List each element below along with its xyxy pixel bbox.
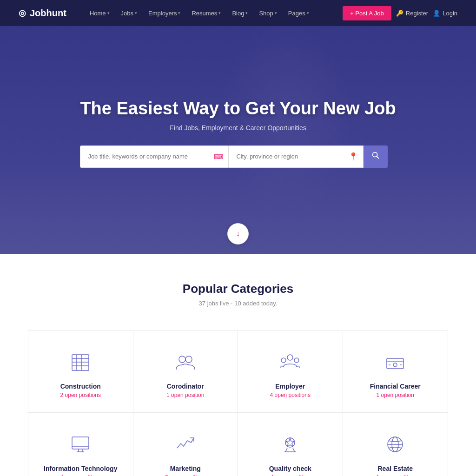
hero-title: The Easiest Way to Get Your New Job — [80, 99, 396, 119]
login-button[interactable]: 👤 Login — [433, 10, 457, 17]
keyword-search-input[interactable] — [80, 145, 229, 168]
svg-point-8 — [179, 356, 185, 363]
key-icon: 🔑 — [396, 10, 403, 17]
svg-rect-18 — [72, 437, 89, 449]
svg-line-1 — [377, 156, 379, 159]
nav-item-resumes[interactable]: Resumes ▾ — [187, 6, 225, 20]
search-icon — [371, 151, 380, 162]
realestate-icon — [382, 431, 408, 457]
navbar: ◎ Jobhunt Home ▾ Jobs ▾ Employers ▾ Resu… — [0, 0, 476, 26]
location-search-input[interactable] — [229, 145, 364, 168]
category-name-coordinator: Corodinator — [167, 383, 204, 390]
person-icon: 👤 — [433, 10, 440, 17]
chevron-down-icon: ▾ — [178, 11, 180, 15]
nav-item-blog[interactable]: Blog ▾ — [227, 6, 252, 20]
category-name-quality: Quality check — [269, 465, 311, 472]
section-subtitle: 37 jobs live - 10 added today. — [28, 300, 448, 307]
category-positions-construction: 2 open positions — [60, 392, 101, 398]
arrow-down-icon: ↓ — [236, 230, 240, 238]
location-pin-icon: 📍 — [349, 152, 358, 161]
nav-item-jobs[interactable]: Jobs ▾ — [116, 6, 142, 20]
marketing-icon — [172, 431, 198, 457]
employer-icon — [277, 349, 303, 375]
search-button[interactable] — [364, 145, 388, 168]
quality-icon — [277, 431, 303, 457]
svg-line-25 — [285, 448, 287, 452]
category-card-coordinator[interactable]: Corodinator 1 open position — [133, 331, 238, 413]
categories-section: Popular Categories 37 jobs live - 10 add… — [0, 254, 476, 476]
category-positions-realestate: 1 open position — [377, 474, 414, 476]
nav-item-home[interactable]: Home ▾ — [85, 6, 114, 20]
section-title: Popular Categories — [28, 282, 448, 296]
category-card-quality[interactable]: Quality check 1 open position — [238, 413, 343, 476]
category-positions-quality: 1 open position — [271, 474, 309, 476]
categories-grid: Construction 2 open positions Corodinato… — [28, 330, 448, 476]
category-card-it[interactable]: Information Technology 4 open positions — [28, 413, 133, 476]
svg-point-0 — [373, 152, 377, 157]
hero-subtitle: Find Jobs, Employment & Career Opportuni… — [80, 124, 396, 132]
category-positions-financial: 1 open position — [377, 392, 414, 398]
hero-section: The Easiest Way to Get Your New Job Find… — [0, 26, 476, 254]
search-bar: ⌨ 📍 — [80, 145, 396, 168]
category-positions-employer: 4 open positions — [270, 392, 311, 398]
category-card-employer[interactable]: Employer 4 open positions — [238, 331, 343, 413]
category-positions-marketing: 3 open positions — [165, 474, 205, 476]
financial-icon — [382, 349, 408, 375]
register-button[interactable]: 🔑 Register — [396, 10, 428, 17]
it-icon — [67, 431, 93, 457]
chevron-down-icon: ▾ — [135, 11, 137, 15]
chevron-down-icon: ▾ — [275, 11, 277, 15]
logo-text: Jobhunt — [30, 8, 66, 19]
chevron-down-icon: ▾ — [107, 11, 110, 15]
category-card-financial[interactable]: Financial Career 1 open position — [343, 331, 448, 413]
category-name-realestate: Real Estate — [378, 465, 413, 472]
category-card-realestate[interactable]: Real Estate 1 open position — [343, 413, 448, 476]
svg-point-15 — [393, 363, 397, 367]
post-job-button[interactable]: + Post A Job — [343, 6, 391, 20]
category-name-financial: Financial Career — [370, 383, 421, 390]
category-card-construction[interactable]: Construction 2 open positions — [28, 331, 133, 413]
scroll-down-button[interactable]: ↓ — [227, 223, 249, 245]
chevron-down-icon: ▾ — [245, 11, 248, 15]
nav-item-employers[interactable]: Employers ▾ — [144, 6, 185, 20]
chevron-down-icon: ▾ — [218, 11, 221, 15]
svg-point-9 — [185, 356, 192, 363]
category-name-it: Information Technology — [44, 465, 117, 472]
logo-icon: ◎ — [19, 8, 26, 18]
nav-item-pages[interactable]: Pages ▾ — [284, 6, 314, 20]
chevron-down-icon: ▾ — [307, 11, 309, 15]
category-name-employer: Employer — [275, 383, 305, 390]
svg-rect-2 — [72, 355, 89, 370]
nav-right: + Post A Job 🔑 Register 👤 Login — [343, 6, 457, 20]
hero-content: The Easiest Way to Get Your New Job Find… — [71, 99, 405, 168]
svg-line-26 — [293, 448, 295, 452]
logo[interactable]: ◎ Jobhunt — [19, 8, 66, 19]
construction-icon — [67, 349, 93, 375]
location-search-wrap: 📍 — [229, 145, 364, 168]
category-name-construction: Construction — [60, 383, 101, 390]
svg-point-11 — [294, 358, 299, 363]
keyword-search-wrap: ⌨ — [80, 145, 229, 168]
coordinator-icon — [172, 349, 198, 375]
category-positions-it: 4 open positions — [60, 474, 101, 476]
category-positions-coordinator: 1 open position — [166, 392, 204, 398]
category-name-marketing: Marketing — [170, 465, 201, 472]
keyboard-icon: ⌨ — [214, 153, 223, 160]
category-card-marketing[interactable]: Marketing 3 open positions — [133, 413, 238, 476]
nav-links: Home ▾ Jobs ▾ Employers ▾ Resumes ▾ Blog… — [85, 6, 343, 20]
nav-item-shop[interactable]: Shop ▾ — [254, 6, 281, 20]
svg-point-10 — [287, 355, 293, 360]
svg-point-12 — [281, 358, 286, 363]
